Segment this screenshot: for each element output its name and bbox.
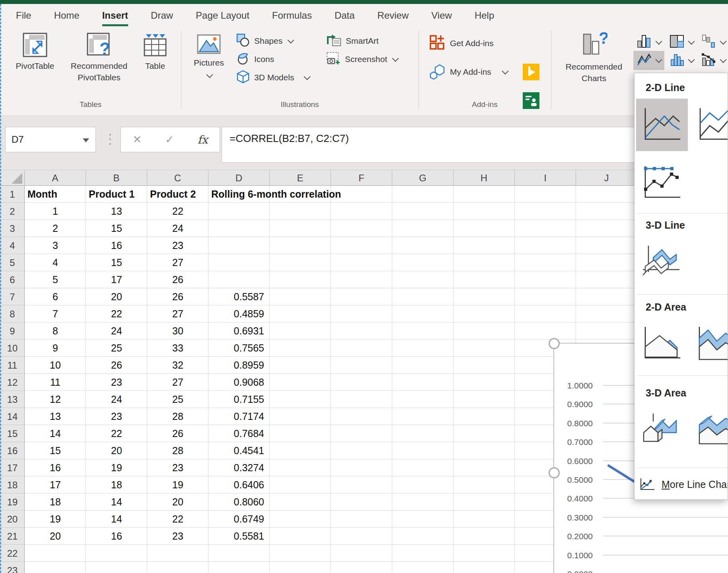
3d-models-button[interactable]: 3D Models xyxy=(236,69,309,86)
table-button[interactable]: Table xyxy=(134,33,176,72)
row-header-cell[interactable]: 8 xyxy=(0,305,25,322)
cell-product1[interactable]: 16 xyxy=(86,528,147,545)
tab-review[interactable]: Review xyxy=(378,10,409,21)
insert-function-icon[interactable]: fx xyxy=(197,133,208,146)
cell-product1[interactable]: 22 xyxy=(86,305,147,322)
menu-item-3d-area[interactable] xyxy=(636,403,688,456)
cell-month[interactable]: 12 xyxy=(25,391,86,408)
cell-product2[interactable]: 32 xyxy=(147,357,208,374)
column-header-cell[interactable]: F xyxy=(331,170,392,186)
cell-product1[interactable]: 24 xyxy=(86,391,147,408)
header-cell-product1[interactable]: Product 1 xyxy=(86,186,147,203)
cell-correlation[interactable]: 0.6406 xyxy=(208,476,270,493)
row-header-cell[interactable]: 10 xyxy=(0,340,25,357)
cell-product2[interactable]: 26 xyxy=(147,288,208,305)
insert-waterfall-chart-button[interactable] xyxy=(698,33,728,52)
insert-combo-chart-button[interactable] xyxy=(698,51,728,70)
cell-month[interactable]: 8 xyxy=(25,322,86,340)
cell-product2[interactable]: 19 xyxy=(147,476,208,493)
cell-correlation[interactable] xyxy=(208,271,270,288)
cell-month[interactable]: 19 xyxy=(25,511,86,528)
column-header-cell[interactable]: D xyxy=(208,170,270,186)
bing-maps-addin-icon[interactable] xyxy=(523,64,539,82)
cell-product1[interactable]: 17 xyxy=(86,271,147,288)
cell-product1[interactable]: 23 xyxy=(86,374,147,391)
cell-product2[interactable]: 28 xyxy=(147,408,208,425)
cell-correlation[interactable]: 0.4541 xyxy=(208,442,270,459)
cell-month[interactable]: 9 xyxy=(25,340,86,357)
cell-product1[interactable]: 20 xyxy=(86,442,147,459)
cell-correlation[interactable]: 0.7565 xyxy=(208,340,270,357)
cell-product2[interactable]: 23 xyxy=(147,528,208,545)
cell-product2[interactable]: 28 xyxy=(147,442,208,459)
tab-home[interactable]: Home xyxy=(54,10,80,21)
smartart-button[interactable]: SmartArt xyxy=(326,33,379,49)
column-header-cell[interactable]: I xyxy=(515,170,576,186)
cell-product1[interactable]: 23 xyxy=(86,408,147,425)
cell-product1[interactable]: 15 xyxy=(86,254,147,271)
cell-correlation[interactable]: 0.6931 xyxy=(208,322,270,340)
tab-page-layout[interactable]: Page Layout xyxy=(196,10,249,21)
cell-product1[interactable]: 19 xyxy=(86,459,147,476)
cell-product2[interactable]: 25 xyxy=(147,391,208,408)
cell-product2[interactable]: 23 xyxy=(147,459,208,476)
header-cell-rolling-correlation[interactable]: Rolling 6-month correlation xyxy=(208,186,270,203)
cell-correlation[interactable]: 0.7174 xyxy=(208,408,270,425)
cell-product1[interactable]: 18 xyxy=(86,476,147,493)
cell-correlation[interactable]: 0.5587 xyxy=(208,288,270,305)
column-header-cell[interactable]: J xyxy=(576,170,637,186)
row-header-cell[interactable]: 22 xyxy=(0,545,25,562)
cell-correlation[interactable]: 0.7684 xyxy=(208,425,270,442)
cell-month[interactable]: 3 xyxy=(25,237,86,254)
cell-product1[interactable]: 25 xyxy=(86,340,147,357)
row-header-cell[interactable]: 13 xyxy=(0,391,25,408)
cell-month[interactable]: 6 xyxy=(25,288,86,305)
cell-product2[interactable]: 26 xyxy=(147,425,208,442)
cell-correlation[interactable]: 0.6749 xyxy=(208,511,270,528)
tab-draw[interactable]: Draw xyxy=(151,10,173,21)
cell-month[interactable]: 7 xyxy=(25,305,86,322)
select-all-corner[interactable] xyxy=(0,170,25,186)
row-header-cell[interactable]: 20 xyxy=(0,511,25,528)
formula-bar-grip-icon[interactable]: ⋮ xyxy=(103,131,115,147)
cell-product2[interactable]: 22 xyxy=(147,203,208,220)
cell-product1[interactable]: 22 xyxy=(86,425,147,442)
column-header-cell[interactable]: E xyxy=(270,170,331,186)
cell-product2[interactable]: 26 xyxy=(147,271,208,288)
cell-month[interactable]: 17 xyxy=(25,476,86,493)
cell-product1[interactable]: 26 xyxy=(86,357,147,374)
cell-product2[interactable]: 22 xyxy=(147,511,208,528)
tab-data[interactable]: Data xyxy=(335,10,355,21)
tab-file[interactable]: File xyxy=(16,10,31,21)
cell-correlation[interactable] xyxy=(208,203,270,220)
row-header-cell[interactable]: 3 xyxy=(0,220,25,237)
cell-correlation[interactable] xyxy=(208,220,270,237)
cell-month[interactable]: 20 xyxy=(25,528,86,545)
cell-product2[interactable]: 20 xyxy=(147,493,208,511)
tab-view[interactable]: View xyxy=(431,10,452,21)
row-header-cell[interactable]: 5 xyxy=(0,254,25,271)
cell-month[interactable]: 2 xyxy=(25,220,86,237)
row-header-cell[interactable]: 19 xyxy=(0,493,25,511)
cell-correlation[interactable]: 0.3274 xyxy=(208,459,270,476)
cell-correlation[interactable] xyxy=(208,254,270,271)
row-header-cell[interactable]: 18 xyxy=(0,476,25,493)
cell-correlation[interactable]: 0.4859 xyxy=(208,305,270,322)
row-header-cell[interactable]: 23 xyxy=(0,562,25,573)
row-header-cell[interactable]: 16 xyxy=(0,442,25,459)
column-header-cell[interactable]: B xyxy=(86,170,147,186)
my-addins-button[interactable]: My Add-ins xyxy=(429,64,508,80)
screenshot-button[interactable]: Screenshot xyxy=(326,51,398,68)
cell-product2[interactable]: 24 xyxy=(147,220,208,237)
cell-product2[interactable]: 23 xyxy=(147,237,208,254)
tab-help[interactable]: Help xyxy=(475,10,494,21)
cell-correlation[interactable]: 0.7155 xyxy=(208,391,270,408)
row-header-cell[interactable]: 11 xyxy=(0,357,25,374)
menu-item-3d-stacked-area[interactable] xyxy=(691,403,728,456)
column-header-cell[interactable]: H xyxy=(454,170,515,186)
column-header-cell[interactable]: C xyxy=(147,170,208,186)
cell-product2[interactable]: 27 xyxy=(147,254,208,271)
name-box-dropdown-icon[interactable] xyxy=(83,138,89,142)
cell-product1[interactable]: 14 xyxy=(86,493,147,511)
row-header-cell[interactable]: 9 xyxy=(0,322,25,340)
